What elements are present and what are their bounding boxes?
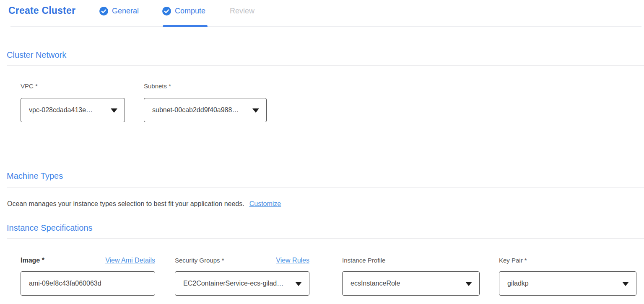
security-groups-dropdown[interactable]: EC2ContainerService-ecs-gilad… <box>175 271 309 296</box>
security-groups-label-row: Security Groups * View Rules <box>175 257 309 264</box>
subnets-dropdown[interactable]: subnet-00cab2dd9f40a988… <box>144 98 267 122</box>
subnets-label: Subnets * <box>144 82 171 90</box>
image-input[interactable] <box>21 271 155 296</box>
machine-types-description: Ocean manages your instance types select… <box>7 200 281 208</box>
image-label: Image * <box>21 257 44 264</box>
section-title-instance-specifications: Instance Specifications <box>7 223 93 233</box>
caret-down-icon <box>622 282 629 286</box>
tab-review[interactable]: Review <box>230 7 254 15</box>
tabs-divider <box>10 26 641 27</box>
security-groups-selected-value: EC2ContainerService-ecs-gilad… <box>183 280 283 287</box>
section-title-machine-types: Machine Types <box>7 171 63 181</box>
active-tab-indicator <box>163 25 208 27</box>
check-circle-icon <box>162 7 171 15</box>
page-title: Create Cluster <box>8 5 75 16</box>
create-cluster-page: Create Cluster General Compute Review Cl… <box>0 0 644 304</box>
check-circle-icon <box>99 7 108 15</box>
caret-down-icon <box>252 108 259 113</box>
customize-link[interactable]: Customize <box>249 200 281 207</box>
view-ami-details-link[interactable]: View Ami Details <box>105 257 155 264</box>
security-groups-label: Security Groups * <box>175 257 224 264</box>
tab-label: Review <box>230 7 254 15</box>
machine-types-description-text: Ocean manages your instance types select… <box>7 200 244 207</box>
image-label-row: Image * View Ami Details <box>21 257 155 264</box>
key-pair-dropdown[interactable]: giladkp <box>499 271 636 296</box>
key-pair-label: Key Pair * <box>499 257 527 264</box>
instance-profile-dropdown[interactable]: ecsInstanceRole <box>342 271 480 296</box>
tab-label: Compute <box>175 7 205 15</box>
key-pair-label-row: Key Pair * <box>499 257 636 264</box>
tab-label: General <box>112 7 139 15</box>
caret-down-icon <box>295 282 302 286</box>
vpc-dropdown[interactable]: vpc-028cdada413e… <box>21 98 125 122</box>
tab-compute[interactable]: Compute <box>162 7 205 15</box>
instance-profile-selected-value: ecsInstanceRole <box>351 280 400 287</box>
caret-down-icon <box>111 108 117 113</box>
caret-down-icon <box>465 282 472 286</box>
key-pair-selected-value: giladkp <box>507 280 529 287</box>
view-rules-link[interactable]: View Rules <box>276 257 309 264</box>
subnets-selected-value: subnet-00cab2dd9f40a988… <box>152 106 239 114</box>
machine-types-divider <box>7 187 644 188</box>
instance-profile-label: Instance Profile <box>342 257 385 264</box>
instance-profile-label-row: Instance Profile <box>342 257 480 264</box>
vpc-selected-value: vpc-028cdada413e… <box>29 106 93 114</box>
vpc-label: VPC * <box>21 82 38 90</box>
section-title-cluster-network: Cluster Network <box>7 50 66 60</box>
tab-general[interactable]: General <box>99 7 139 15</box>
